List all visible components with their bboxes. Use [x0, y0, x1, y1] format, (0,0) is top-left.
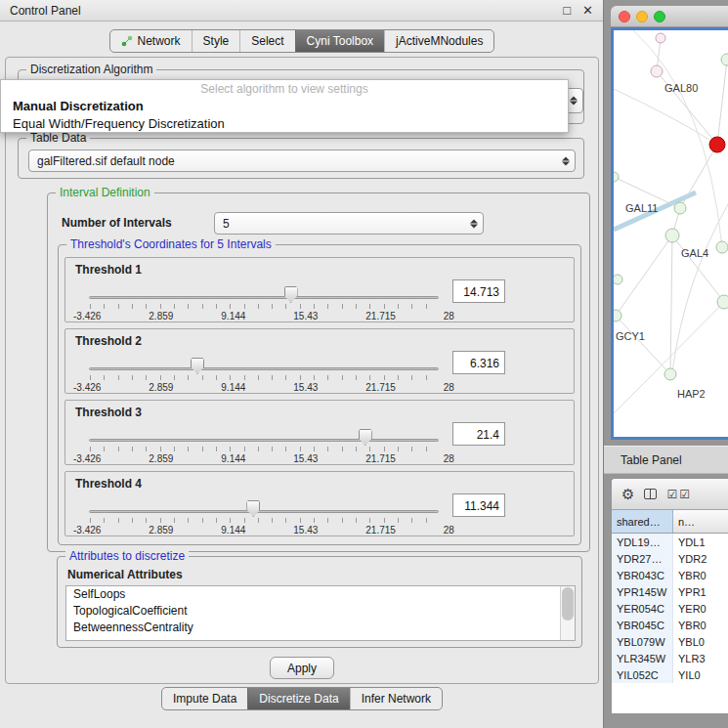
- minimize-traffic-light-icon[interactable]: [636, 11, 648, 22]
- numerical-attributes-label: Numerical Attributes: [67, 568, 183, 581]
- slider-thumb[interactable]: [246, 500, 260, 517]
- tab-infer-network[interactable]: Infer Network: [350, 688, 442, 709]
- list-scrollbar[interactable]: [560, 586, 575, 640]
- checkbox-icon[interactable]: ☑: [666, 489, 677, 500]
- zoom-traffic-light-icon[interactable]: [654, 11, 665, 22]
- tab-select[interactable]: Select: [239, 30, 294, 52]
- tab-impute-data[interactable]: Impute Data: [162, 688, 247, 709]
- network-node[interactable]: [716, 241, 728, 253]
- tab-style[interactable]: Style: [192, 30, 240, 52]
- scale-label: -3.426: [73, 525, 101, 535]
- cell-shared-name: YBL079W: [612, 633, 673, 650]
- column-header-shared-name[interactable]: shared…: [612, 510, 673, 533]
- table-body[interactable]: YDL19…YDL1YDR27…YDR2YBR043CYBR0YPR145WYP…: [612, 534, 728, 713]
- popup-item-equal-width-frequency-discretization[interactable]: Equal Width/Frequency Discretization: [1, 115, 568, 133]
- tab-discretize-data[interactable]: Discretize Data: [247, 688, 349, 709]
- table-row[interactable]: YIL052CYIL0: [612, 666, 728, 683]
- slider-track[interactable]: [89, 439, 439, 442]
- table-row[interactable]: YBL079WYBL0: [612, 633, 728, 650]
- threshold-value-input[interactable]: 6.316: [452, 351, 505, 374]
- table-data-combo[interactable]: galFiltered.sif default node: [28, 150, 576, 172]
- threshold-slider[interactable]: -3.4262.8599.14415.4321.71528: [85, 355, 443, 394]
- network-node[interactable]: [651, 65, 663, 77]
- network-node[interactable]: [664, 368, 676, 380]
- slider-thumb[interactable]: [191, 358, 204, 374]
- tab-jactivemnodules[interactable]: jActiveMNodules: [384, 30, 493, 52]
- slider-track[interactable]: [89, 510, 439, 513]
- table-row[interactable]: YPR145WYPR1: [612, 583, 728, 600]
- table-row[interactable]: YER054CYER0: [612, 600, 728, 617]
- table-row[interactable]: YBR045CYBR0: [612, 617, 728, 633]
- attribute-item-selfloops[interactable]: SelfLoops: [66, 586, 575, 603]
- tab-label: Style: [203, 34, 230, 48]
- scale-label: 15.43: [293, 525, 318, 535]
- network-node[interactable]: [656, 33, 665, 43]
- threshold-slider[interactable]: -3.4262.8599.14415.4321.71528: [85, 426, 443, 465]
- scale-label: -3.426: [73, 311, 101, 321]
- group-label: Interval Definition: [56, 186, 154, 199]
- slider-track[interactable]: [89, 296, 439, 299]
- table-row[interactable]: YLR345WYLR3: [612, 650, 728, 666]
- network-node[interactable]: [665, 229, 679, 242]
- select-columns-checkbox-icons[interactable]: ☑ ☑: [666, 489, 690, 500]
- attribute-item-topologicalcoefficient[interactable]: TopologicalCoefficient: [66, 603, 575, 620]
- network-node[interactable]: [614, 275, 622, 284]
- scale-label: 28: [444, 311, 454, 321]
- close-traffic-light-icon[interactable]: [619, 11, 630, 22]
- network-node[interactable]: [614, 310, 621, 321]
- columns-icon[interactable]: [644, 489, 657, 499]
- node-label: GAL4: [681, 247, 708, 259]
- attribute-item-betweennesscentrality[interactable]: BetweennessCentrality: [66, 620, 575, 636]
- network-canvas[interactable]: GAL80GAL11GAL4GCY1HAP2: [614, 30, 728, 437]
- float-window-icon[interactable]: □: [563, 4, 571, 17]
- threshold-slider[interactable]: -3.4262.8599.14415.4321.71528: [85, 283, 443, 322]
- threshold-value-input[interactable]: 11.344: [452, 493, 505, 517]
- threshold-value-input[interactable]: 21.4: [452, 422, 505, 446]
- slider-thumb[interactable]: [284, 286, 298, 303]
- cell-name: YER0: [673, 600, 728, 617]
- network-window-titlebar[interactable]: [611, 6, 728, 27]
- network-graph[interactable]: GAL80GAL11GAL4GCY1HAP2: [614, 30, 728, 437]
- threshold-value-input[interactable]: 14.713: [452, 279, 505, 303]
- slider-ticks: [90, 375, 440, 380]
- slider-track[interactable]: [89, 367, 439, 370]
- cell-shared-name: YDR27…: [612, 550, 673, 567]
- table-row[interactable]: YBR043CYBR0: [612, 567, 728, 583]
- table-row[interactable]: YDL19…YDL1: [612, 534, 728, 550]
- cyni-toolbox-panel: Discretization Algorithm Table Data galF…: [5, 57, 599, 684]
- slider-scale: -3.4262.8599.14415.4321.71528: [73, 382, 454, 393]
- tab-cyni-toolbox[interactable]: Cyni Toolbox: [295, 30, 384, 52]
- network-node[interactable]: [721, 54, 728, 65]
- threshold-slider[interactable]: -3.4262.8599.14415.4321.71528: [85, 497, 443, 536]
- table-panel-header[interactable]: Table Panel: [604, 446, 728, 474]
- apply-button[interactable]: Apply: [270, 657, 334, 679]
- top-tab-group: NetworkStyleSelectCyni ToolboxjActiveMNo…: [109, 29, 495, 53]
- attributes-listbox[interactable]: SelfLoopsTopologicalCoefficientBetweenne…: [65, 585, 576, 641]
- slider-thumb[interactable]: [359, 429, 372, 446]
- group-label: Discretization Algorithm: [26, 63, 156, 76]
- popup-item-manual-discretization[interactable]: Manual Discretization: [1, 98, 568, 115]
- gear-icon[interactable]: ⚙: [621, 487, 634, 501]
- number-of-intervals-combo[interactable]: 5: [214, 212, 484, 235]
- network-node[interactable]: [717, 295, 728, 309]
- cell-name: YBR0: [673, 617, 728, 633]
- bottom-tab-group: Impute DataDiscretize DataInfer Network: [161, 687, 443, 710]
- scale-label: 9.144: [221, 311, 245, 321]
- network-node[interactable]: [709, 137, 725, 152]
- threshold-label: Threshold 4: [75, 477, 142, 491]
- combo-arrows-icon: [562, 156, 570, 165]
- network-node[interactable]: [674, 202, 686, 214]
- network-edge: [616, 316, 670, 374]
- scale-label: 2.859: [149, 382, 173, 393]
- column-header-name[interactable]: n…: [673, 510, 728, 533]
- network-node[interactable]: [614, 172, 619, 182]
- network-edge: [616, 236, 672, 316]
- table-row[interactable]: YDR27…YDR2: [612, 550, 728, 567]
- thresholds-group: Threshold's Coordinates for 5 Intervals …: [58, 244, 581, 545]
- close-window-icon[interactable]: ✕: [582, 4, 593, 17]
- tab-network[interactable]: Network: [110, 30, 192, 52]
- control-panel-window: Control Panel □ ✕ NetworkStyleSelectCyni…: [0, 0, 604, 728]
- scrollbar-thumb[interactable]: [562, 587, 574, 621]
- checkbox-icon[interactable]: ☑: [679, 489, 690, 500]
- group-label: Threshold's Coordinates for 5 Intervals: [66, 237, 276, 251]
